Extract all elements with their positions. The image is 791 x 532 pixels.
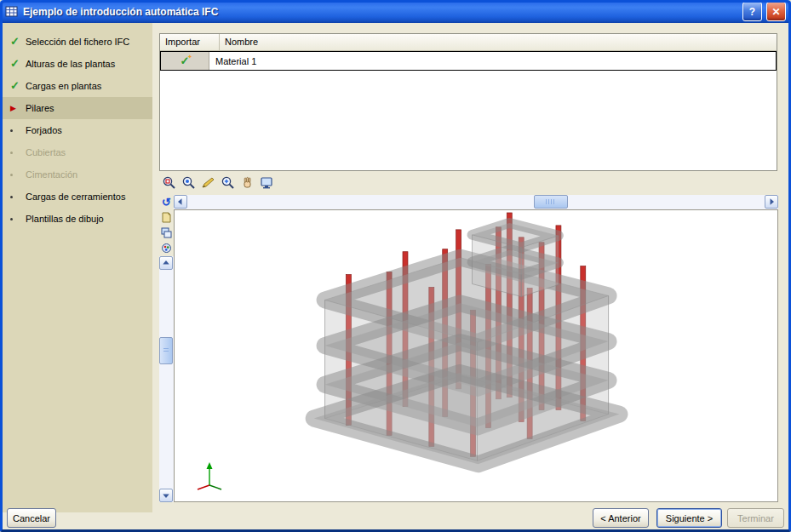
horizontal-scrollbar[interactable]: [174, 195, 778, 209]
viewport-left-toolbar: ↺: [159, 195, 174, 502]
bullet-icon: [10, 196, 13, 198]
table-header: Importar Nombre: [160, 34, 777, 51]
sidebar-item-label: Alturas de las plantas: [26, 59, 115, 69]
sidebar-item-label: Selección del fichero IFC: [26, 37, 129, 47]
help-button[interactable]: ?: [742, 2, 762, 21]
titlebar: Ejemplo de introducción automática IFC ?…: [0, 0, 791, 23]
sparkle-icon: ✦: [187, 54, 192, 60]
check-icon: ✓: [10, 31, 20, 53]
vertical-scrollbar[interactable]: [159, 256, 174, 502]
zoom-extents-icon[interactable]: [180, 174, 198, 192]
sidebar-item-seleccion-fichero[interactable]: ✓ Selección del fichero IFC: [3, 31, 152, 53]
window-title: Ejemplo de introducción automática IFC: [23, 6, 738, 18]
check-icon: ✓: [10, 53, 20, 75]
column-header-importar[interactable]: Importar: [160, 34, 220, 50]
finish-button: Terminar: [727, 508, 784, 528]
material-name-cell: Material 1: [209, 52, 776, 70]
cancel-button[interactable]: Cancelar: [7, 508, 56, 528]
scroll-down-button[interactable]: [159, 489, 173, 502]
bullet-icon: [10, 174, 13, 176]
viewport-toolbar: [160, 174, 276, 193]
sidebar-item-label: Cimentación: [26, 169, 77, 180]
sidebar-item-label: Forjados: [26, 125, 62, 135]
measure-icon[interactable]: [199, 174, 217, 192]
table-row[interactable]: ✓ ✦ Material 1: [160, 51, 777, 71]
previous-button[interactable]: < Anterior: [593, 508, 649, 528]
bullet-icon: [10, 152, 13, 154]
view-sheet-icon[interactable]: [159, 210, 174, 225]
sidebar-item-cargas-cerramientos[interactable]: Cargas de cerramientos: [3, 186, 152, 208]
view-rotate-icon[interactable]: ↺: [159, 195, 174, 209]
scroll-right-button[interactable]: [765, 195, 778, 209]
sidebar-item-pilares[interactable]: ▶ Pilares: [3, 97, 152, 119]
sidebar-item-plantillas-dibujo[interactable]: Plantillas de dibujo: [3, 208, 152, 230]
view-windows-icon[interactable]: [159, 226, 174, 240]
scroll-left-button[interactable]: [174, 195, 187, 209]
horizontal-scroll-thumb[interactable]: [534, 195, 568, 209]
scroll-up-button[interactable]: [159, 256, 173, 270]
materials-table: Importar Nombre ✓ ✦ Material 1: [159, 33, 777, 171]
bullet-icon: [10, 129, 13, 132]
axes-icon: [193, 460, 227, 491]
next-button[interactable]: Siguiente >: [656, 508, 722, 528]
close-button[interactable]: ✕: [766, 2, 786, 21]
sidebar-item-forjados[interactable]: Forjados: [3, 119, 152, 141]
model-canvas[interactable]: [174, 209, 778, 502]
sidebar-item-cargas-plantas[interactable]: ✓ Cargas en plantas: [3, 75, 152, 97]
sidebar-item-cimentacion: Cimentación: [3, 163, 152, 186]
sidebar-item-label: Cubiertas: [26, 147, 66, 157]
sidebar-item-label: Pilares: [26, 103, 54, 113]
column-header-nombre[interactable]: Nombre: [220, 34, 263, 50]
building-model: [175, 210, 777, 501]
bullet-icon: [10, 218, 13, 220]
check-icon: ✓: [10, 75, 20, 97]
pan-hand-icon[interactable]: [238, 174, 256, 192]
vertical-scroll-thumb[interactable]: [159, 337, 173, 364]
current-step-arrow-icon: ▶: [10, 97, 16, 119]
wizard-steps-sidebar: ✓ Selección del fichero IFC ✓ Alturas de…: [3, 23, 152, 512]
sidebar-item-label: Cargas de cerramientos: [26, 192, 125, 202]
zoom-window-icon[interactable]: [160, 174, 178, 192]
sidebar-item-label: Plantillas de dibujo: [26, 214, 104, 224]
redraw-icon[interactable]: [258, 174, 276, 192]
zoom-in-icon[interactable]: [219, 174, 237, 192]
import-toggle-cell[interactable]: ✓ ✦: [161, 52, 209, 70]
sidebar-item-label: Cargas en plantas: [26, 81, 101, 91]
sidebar-item-alturas-plantas[interactable]: ✓ Alturas de las plantas: [3, 53, 152, 75]
viewport-panel: ↺: [159, 195, 778, 502]
sidebar-item-cubiertas: Cubiertas: [3, 141, 152, 163]
view-render-icon[interactable]: [159, 241, 174, 255]
app-icon: [5, 5, 19, 19]
